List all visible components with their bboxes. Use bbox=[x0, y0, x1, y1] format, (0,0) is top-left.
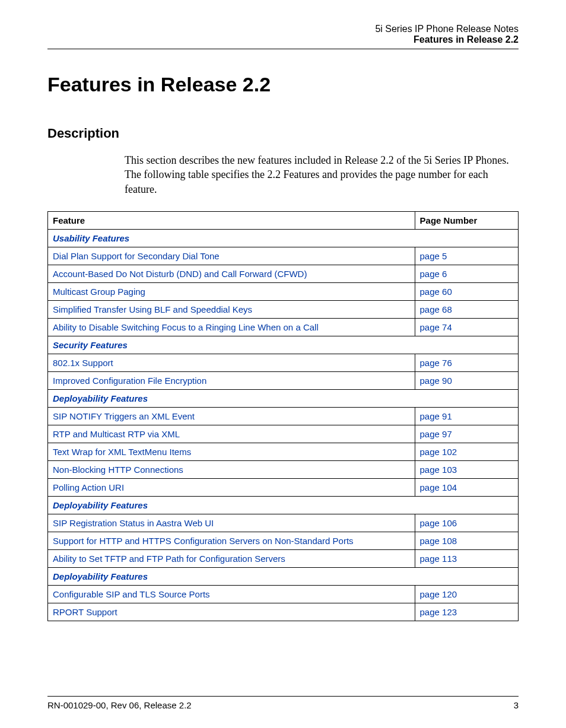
table-row: RTP and Multicast RTP via XMLpage 97 bbox=[48, 425, 519, 443]
feature-link[interactable]: Configurable SIP and TLS Source Ports bbox=[48, 585, 415, 603]
feature-link[interactable]: SIP NOTIFY Triggers an XML Event bbox=[48, 407, 415, 425]
feature-link[interactable]: Ability to Set TFTP and FTP Path for Con… bbox=[48, 549, 415, 567]
feature-link[interactable]: Dial Plan Support for Secondary Dial Ton… bbox=[48, 247, 415, 265]
feature-link[interactable]: Multicast Group Paging bbox=[48, 282, 415, 300]
page-link[interactable]: page 5 bbox=[415, 247, 518, 265]
page-link[interactable]: page 60 bbox=[415, 282, 518, 300]
header-line-2: Features in Release 2.2 bbox=[47, 34, 519, 45]
section-label: Deployability Features bbox=[48, 496, 519, 514]
table-row: Dial Plan Support for Secondary Dial Ton… bbox=[48, 247, 519, 265]
page-link[interactable]: page 102 bbox=[415, 443, 518, 460]
table-row: Simplified Transfer Using BLF and Speedd… bbox=[48, 300, 519, 318]
feature-link[interactable]: Simplified Transfer Using BLF and Speedd… bbox=[48, 300, 415, 318]
page-link[interactable]: page 106 bbox=[415, 514, 518, 532]
page-header: 5i Series IP Phone Release Notes Feature… bbox=[47, 24, 519, 45]
page-link[interactable]: page 97 bbox=[415, 425, 518, 443]
page-link[interactable]: page 113 bbox=[415, 549, 518, 567]
section-label: Security Features bbox=[48, 336, 519, 354]
feature-link[interactable]: SIP Registration Status in Aastra Web UI bbox=[48, 514, 415, 532]
page-link[interactable]: page 90 bbox=[415, 371, 518, 389]
section-label: Usability Features bbox=[48, 229, 519, 247]
section-heading-description: Description bbox=[47, 126, 519, 141]
table-row: Configurable SIP and TLS Source Portspag… bbox=[48, 585, 519, 603]
feature-link[interactable]: Non-Blocking HTTP Connections bbox=[48, 460, 415, 478]
features-table: Feature Page Number Usability FeaturesDi… bbox=[47, 211, 519, 621]
table-row: Ability to Set TFTP and FTP Path for Con… bbox=[48, 549, 519, 567]
page-link[interactable]: page 104 bbox=[415, 478, 518, 496]
feature-link[interactable]: Account-Based Do Not Disturb (DND) and C… bbox=[48, 265, 415, 282]
table-row: Deployability Features bbox=[48, 389, 519, 407]
page-link[interactable]: page 6 bbox=[415, 265, 518, 282]
section-label: Deployability Features bbox=[48, 389, 519, 407]
table-row: Non-Blocking HTTP Connectionspage 103 bbox=[48, 460, 519, 478]
feature-link[interactable]: Text Wrap for XML TextMenu Items bbox=[48, 443, 415, 460]
table-row: Usability Features bbox=[48, 229, 519, 247]
page-link[interactable]: page 76 bbox=[415, 354, 518, 371]
table-row: Security Features bbox=[48, 336, 519, 354]
table-row: Multicast Group Pagingpage 60 bbox=[48, 282, 519, 300]
feature-link[interactable]: Ability to Disable Switching Focus to a … bbox=[48, 318, 415, 336]
table-header-feature: Feature bbox=[48, 211, 415, 229]
page-link[interactable]: page 68 bbox=[415, 300, 518, 318]
table-row: 802.1x Supportpage 76 bbox=[48, 354, 519, 371]
feature-link[interactable]: Improved Configuration File Encryption bbox=[48, 371, 415, 389]
page-footer: RN-001029-00, Rev 06, Release 2.2 3 bbox=[47, 696, 519, 710]
table-row: SIP NOTIFY Triggers an XML Eventpage 91 bbox=[48, 407, 519, 425]
table-row: SIP Registration Status in Aastra Web UI… bbox=[48, 514, 519, 532]
feature-link[interactable]: RPORT Support bbox=[48, 603, 415, 621]
page-title: Features in Release 2.2 bbox=[47, 73, 519, 96]
table-header-row: Feature Page Number bbox=[48, 211, 519, 229]
table-row: Support for HTTP and HTTPS Configuration… bbox=[48, 532, 519, 549]
feature-link[interactable]: 802.1x Support bbox=[48, 354, 415, 371]
header-line-1: 5i Series IP Phone Release Notes bbox=[47, 24, 519, 34]
intro-paragraph: This section describes the new features … bbox=[125, 153, 519, 196]
table-header-page: Page Number bbox=[415, 211, 518, 229]
table-row: Polling Action URIpage 104 bbox=[48, 478, 519, 496]
page-link[interactable]: page 91 bbox=[415, 407, 518, 425]
page-link[interactable]: page 120 bbox=[415, 585, 518, 603]
page-link[interactable]: page 74 bbox=[415, 318, 518, 336]
table-row: Account-Based Do Not Disturb (DND) and C… bbox=[48, 265, 519, 282]
table-row: Ability to Disable Switching Focus to a … bbox=[48, 318, 519, 336]
header-divider bbox=[47, 49, 519, 49]
table-row: Text Wrap for XML TextMenu Itemspage 102 bbox=[48, 443, 519, 460]
page-link[interactable]: page 108 bbox=[415, 532, 518, 549]
page-link[interactable]: page 123 bbox=[415, 603, 518, 621]
table-row: Deployability Features bbox=[48, 496, 519, 514]
table-row: RPORT Supportpage 123 bbox=[48, 603, 519, 621]
table-row: Deployability Features bbox=[48, 567, 519, 585]
feature-link[interactable]: Support for HTTP and HTTPS Configuration… bbox=[48, 532, 415, 549]
page-link[interactable]: page 103 bbox=[415, 460, 518, 478]
footer-right: 3 bbox=[514, 700, 519, 710]
table-row: Improved Configuration File Encryptionpa… bbox=[48, 371, 519, 389]
feature-link[interactable]: Polling Action URI bbox=[48, 478, 415, 496]
footer-left: RN-001029-00, Rev 06, Release 2.2 bbox=[47, 700, 192, 710]
section-label: Deployability Features bbox=[48, 567, 519, 585]
feature-link[interactable]: RTP and Multicast RTP via XML bbox=[48, 425, 415, 443]
